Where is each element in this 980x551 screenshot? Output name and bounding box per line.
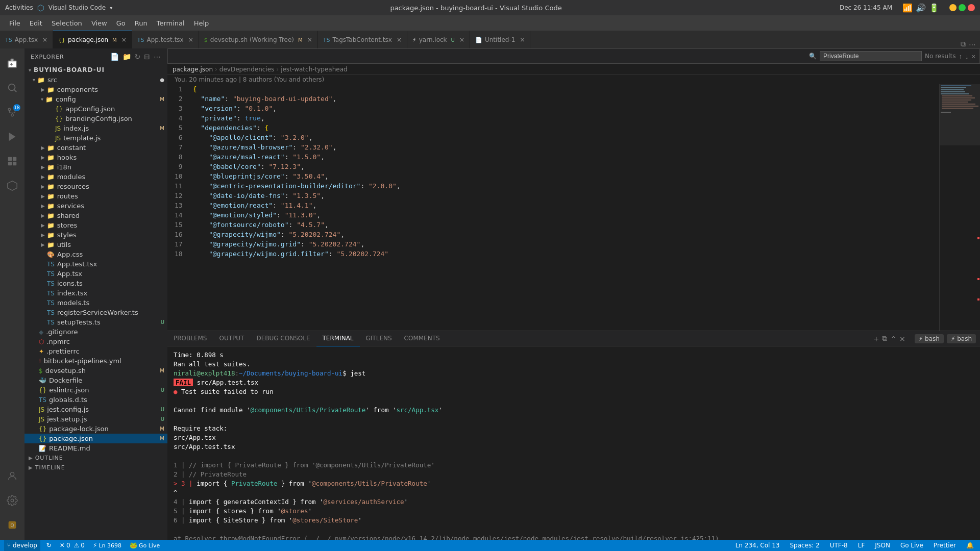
notifications-button[interactable]: 🔔: [964, 542, 976, 549]
tree-file-jest-setup[interactable]: JS jest.setup.js U: [24, 414, 167, 424]
tree-folder-i18n[interactable]: ▶ 📁 i18n: [24, 162, 167, 172]
minimize-button[interactable]: [949, 4, 957, 11]
more-tabs-icon[interactable]: ⋯: [969, 40, 976, 48]
tree-file-register-service-worker[interactable]: TS registerServiceWorker.ts: [24, 308, 167, 317]
tree-file-app-css[interactable]: 🎨 App.css: [24, 249, 167, 259]
tab-devsetup-sh[interactable]: $ devsetup.sh (Working Tree) M ×: [199, 31, 318, 48]
bash-label-2[interactable]: ⚡ bash: [947, 334, 976, 343]
menu-edit[interactable]: Edit: [26, 17, 46, 29]
tab-app-test-tsx[interactable]: TS App.test.tsx ×: [132, 31, 199, 48]
tree-folder-resources[interactable]: ▶ 📁 resources: [24, 182, 167, 191]
terminal-tab-problems[interactable]: PROBLEMS: [167, 331, 213, 346]
tree-folder-components[interactable]: ▶ 📁 components: [24, 85, 167, 94]
terminal-tab-debug-console[interactable]: DEBUG CONSOLE: [250, 331, 316, 346]
activity-run-debug[interactable]: [0, 124, 24, 149]
new-folder-icon[interactable]: 📁: [122, 53, 132, 61]
prettier-button[interactable]: Prettier: [932, 542, 958, 549]
terminal-maximize-button[interactable]: ⌃: [890, 335, 896, 343]
tab-close[interactable]: ×: [42, 36, 47, 43]
tab-close[interactable]: ×: [307, 36, 312, 43]
new-file-icon[interactable]: 📄: [110, 53, 119, 61]
activity-account[interactable]: [0, 464, 24, 488]
indentation-button[interactable]: Spaces: 2: [788, 542, 821, 549]
encoding-button[interactable]: UTF-8: [828, 542, 850, 549]
tree-file-bitbucket-pipelines[interactable]: ! bitbucket-pipelines.yml: [24, 356, 167, 366]
quokka-button[interactable]: 🐸 Go Live: [128, 542, 162, 549]
collapse-icon[interactable]: ⊟: [144, 53, 151, 61]
refresh-icon[interactable]: ↻: [135, 53, 141, 61]
tab-close[interactable]: ×: [459, 36, 464, 43]
tree-folder-stores[interactable]: ▶ 📁 stores: [24, 220, 167, 230]
tree-file-package-lock[interactable]: {} package-lock.json M: [24, 424, 167, 434]
tree-file-template-js[interactable]: JS template.js: [24, 133, 167, 143]
tree-file-globals-dts[interactable]: TS globals.d.ts: [24, 395, 167, 405]
terminal-tab-output[interactable]: OUTPUT: [213, 331, 251, 346]
tab-yarn-lock[interactable]: ⚡ yarn.lock U ×: [407, 31, 470, 48]
tree-folder-services[interactable]: ▶ 📁 services: [24, 201, 167, 211]
tree-file-appconfig[interactable]: {} appConfig.json: [24, 104, 167, 114]
maximize-button[interactable]: [959, 4, 966, 11]
terminal-close-button[interactable]: ×: [899, 335, 905, 343]
tree-folder-styles[interactable]: ▶ 📁 styles: [24, 230, 167, 240]
sync-button[interactable]: ↻: [44, 542, 54, 549]
tree-root-buying-board-ui[interactable]: ▾ BUYING-BOARD-UI: [24, 65, 167, 75]
tree-file-gitignore[interactable]: ◆ .gitignore: [24, 327, 167, 337]
activity-quokka[interactable]: Q: [0, 513, 24, 537]
terminal-tab-gitlens[interactable]: GITLENS: [360, 331, 398, 346]
remote-button[interactable]: ⚡ Ln 3698: [91, 542, 124, 549]
tab-close[interactable]: ×: [121, 36, 127, 43]
menu-file[interactable]: File: [5, 17, 24, 29]
tree-file-prettierrc[interactable]: ✦ .prettierrc: [24, 346, 167, 356]
activity-search[interactable]: [0, 76, 24, 100]
outline-header[interactable]: ▶ OUTLINE: [24, 453, 167, 463]
code-text[interactable]: { "name": "buying-board-ui-updated", "ve…: [188, 84, 939, 331]
tree-folder-utils[interactable]: ▶ 📁 utils: [24, 240, 167, 249]
tree-file-readme[interactable]: 📝 README.md: [24, 443, 167, 453]
close-button[interactable]: [968, 4, 975, 11]
activity-gitlens[interactable]: [0, 173, 24, 198]
tab-untitled[interactable]: 📄 Untitled-1 ×: [470, 31, 531, 48]
activity-settings[interactable]: [0, 488, 24, 513]
breadcrumb-item-2[interactable]: devDependencies: [219, 66, 275, 73]
find-input[interactable]: [820, 51, 922, 61]
menu-run[interactable]: Run: [131, 17, 152, 29]
menu-go[interactable]: Go: [112, 17, 130, 29]
tree-file-dockerfile[interactable]: 🐳 Dockerfile: [24, 375, 167, 385]
tree-file-models-ts[interactable]: TS models.ts: [24, 298, 167, 308]
tree-file-package-json[interactable]: {} package.json M: [24, 434, 167, 443]
line-ending-button[interactable]: LF: [856, 542, 867, 549]
tab-close[interactable]: ×: [188, 36, 193, 43]
breadcrumb-item-1[interactable]: package.json: [173, 66, 213, 73]
tab-app-tsx[interactable]: TS App.tsx ×: [0, 31, 53, 48]
tree-file-app-tsx[interactable]: TS App.tsx: [24, 269, 167, 279]
bash-label-1[interactable]: ⚡ bash: [915, 334, 944, 343]
tree-folder-config[interactable]: ▾ 📁 config M: [24, 94, 167, 104]
tree-file-brandingconfig[interactable]: {} brandingConfig.json: [24, 114, 167, 123]
find-close-button[interactable]: ×: [971, 53, 975, 60]
tree-file-index-tsx[interactable]: TS index.tsx: [24, 288, 167, 298]
breadcrumb-item-3[interactable]: jest-watch-typeahead: [281, 66, 348, 73]
tree-folder-routes[interactable]: ▶ 📁 routes: [24, 191, 167, 201]
terminal-split-button[interactable]: ⧉: [882, 334, 887, 343]
menu-view[interactable]: View: [87, 17, 111, 29]
tab-close[interactable]: ×: [520, 36, 525, 43]
tree-folder-hooks[interactable]: ▶ 📁 hooks: [24, 153, 167, 162]
tab-close[interactable]: ×: [397, 36, 402, 43]
split-editor-icon[interactable]: ⧉: [961, 40, 966, 48]
tree-file-devsetup-sh[interactable]: $ devsetup.sh M: [24, 366, 167, 375]
code-content[interactable]: 1 2 3 4 5 6 7 8 9 10 11 12 13 14: [167, 84, 980, 331]
activity-source-control[interactable]: 18: [0, 100, 24, 124]
tree-file-eslintrc[interactable]: {} eslintrc.json U: [24, 385, 167, 395]
timeline-header[interactable]: ▶ TIMELINE: [24, 463, 167, 472]
dropdown-icon[interactable]: ▾: [110, 5, 112, 11]
tree-file-setup-tests[interactable]: TS setupTests.ts U: [24, 317, 167, 327]
go-live-button[interactable]: Go Live: [898, 542, 925, 549]
tree-file-app-test-tsx[interactable]: TS App.test.tsx: [24, 259, 167, 269]
errors-button[interactable]: ✕ 0 ⚠ 0: [58, 542, 87, 549]
tree-folder-constant[interactable]: ▶ 📁 constant: [24, 143, 167, 153]
terminal-tab-comments[interactable]: COMMENTS: [398, 331, 446, 346]
tab-tags-content[interactable]: TS TagsTabContent.tsx ×: [318, 31, 407, 48]
tree-folder-src[interactable]: ▾ 📁 src ●: [24, 75, 167, 85]
activity-extensions[interactable]: [0, 149, 24, 173]
tree-folder-modules[interactable]: ▶ 📁 modules: [24, 172, 167, 182]
